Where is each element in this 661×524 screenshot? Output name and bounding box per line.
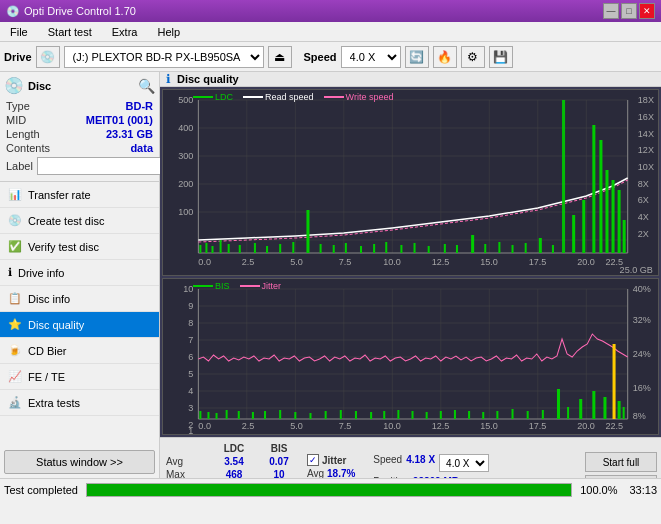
create-test-disc-icon: 💿	[8, 214, 22, 227]
svg-text:40%: 40%	[633, 284, 651, 294]
svg-rect-56	[345, 243, 347, 253]
drive-select[interactable]: (J:) PLEXTOR BD-R PX-LB950SA 1.06	[64, 46, 264, 68]
toolbar: Drive 💿 (J:) PLEXTOR BD-R PX-LB950SA 1.0…	[0, 42, 661, 72]
stats-avg-ldc: 3.54	[209, 455, 259, 468]
svg-rect-65	[471, 235, 474, 253]
close-button[interactable]: ✕	[639, 3, 655, 19]
start-part-button[interactable]: Start part	[585, 475, 657, 478]
app-icon: 💿	[6, 5, 20, 18]
stats-ldc-header: LDC	[209, 442, 259, 455]
app-title: Opti Drive Control 1.70	[24, 5, 136, 17]
svg-text:20.0: 20.0	[577, 421, 595, 431]
save-button[interactable]: 💾	[489, 46, 513, 68]
svg-rect-130	[238, 411, 240, 419]
svg-rect-143	[426, 412, 428, 419]
status-window-button[interactable]: Status window >>	[4, 450, 155, 474]
svg-rect-148	[496, 411, 498, 419]
svg-rect-151	[542, 410, 544, 419]
speed-stat-value: 4.18 X	[406, 454, 435, 472]
svg-text:0.0: 0.0	[198, 421, 211, 431]
svg-text:14X: 14X	[638, 129, 654, 139]
status-bar: Test completed 100.0% 33:13	[0, 478, 661, 500]
disc-panel-icon: 💿	[4, 76, 24, 95]
svg-rect-134	[294, 412, 296, 419]
menu-extra[interactable]: Extra	[106, 25, 144, 39]
create-test-disc-label: Create test disc	[28, 215, 104, 227]
menu-help[interactable]: Help	[151, 25, 186, 39]
svg-text:8X: 8X	[638, 179, 649, 189]
progress-bar-container	[86, 483, 572, 497]
main-content: 💿 Disc 🔍 Type BD-R MID MEIT01 (001) Leng…	[0, 72, 661, 478]
eject-button[interactable]: ⏏	[268, 46, 292, 68]
svg-rect-64	[456, 245, 458, 253]
svg-rect-59	[385, 242, 387, 253]
menu-start-test[interactable]: Start test	[42, 25, 98, 39]
legend-bis: BIS	[215, 281, 230, 291]
burn-button[interactable]: 🔥	[433, 46, 457, 68]
svg-rect-61	[414, 243, 416, 253]
drive-info-icon: ℹ	[8, 266, 12, 279]
svg-rect-73	[572, 215, 575, 253]
drive-icon: 💿	[36, 46, 60, 68]
svg-text:1: 1	[188, 426, 193, 434]
speed-stat-dropdown[interactable]: 4.0 X	[439, 454, 489, 472]
nav-disc-quality[interactable]: ⭐ Disc quality	[0, 312, 159, 338]
svg-rect-126	[199, 411, 201, 419]
svg-rect-53	[306, 210, 309, 253]
nav-fe-te[interactable]: 📈 FE / TE	[0, 364, 159, 390]
minimize-button[interactable]: —	[603, 3, 619, 19]
svg-text:6: 6	[188, 352, 193, 362]
svg-rect-138	[355, 411, 357, 419]
verify-test-disc-label: Verify test disc	[28, 241, 99, 253]
legend-write-speed: Write speed	[346, 92, 394, 102]
label-input[interactable]	[37, 157, 170, 175]
svg-text:15.0: 15.0	[480, 421, 498, 431]
svg-text:25.0 GB: 25.0 GB	[620, 265, 653, 275]
stats-avg-bis: 0.07	[259, 455, 299, 468]
svg-rect-140	[383, 411, 385, 419]
drive-info-label: Drive info	[18, 267, 64, 279]
start-full-button[interactable]: Start full	[585, 452, 657, 472]
disc-quality-icon: ⭐	[8, 318, 22, 331]
svg-rect-45	[211, 246, 213, 253]
svg-rect-142	[412, 411, 414, 419]
top-chart-svg: 500 400 300 200 100 18X 16X 14X 12X 10X …	[163, 90, 658, 275]
svg-rect-57	[360, 246, 362, 253]
svg-text:500: 500	[178, 95, 193, 105]
nav-cd-bier[interactable]: 🍺 CD Bier	[0, 338, 159, 364]
status-window-label: Status window >>	[36, 456, 123, 468]
nav-verify-test-disc[interactable]: ✅ Verify test disc	[0, 234, 159, 260]
svg-rect-47	[228, 244, 230, 253]
type-value: BD-R	[126, 100, 154, 112]
mid-label: MID	[6, 114, 26, 126]
maximize-button[interactable]: □	[621, 3, 637, 19]
svg-text:10.0: 10.0	[383, 257, 401, 267]
contents-value: data	[130, 142, 153, 154]
position-label: Position	[373, 476, 409, 478]
nav-drive-info[interactable]: ℹ Drive info	[0, 260, 159, 286]
svg-rect-155	[592, 391, 595, 419]
disc-quality-title: Disc quality	[177, 73, 239, 85]
svg-text:12X: 12X	[638, 145, 654, 155]
svg-rect-157	[613, 344, 616, 419]
jitter-section: ✓ Jitter Avg 18.7% Max 25.5%	[307, 454, 357, 478]
svg-rect-70	[539, 238, 542, 253]
nav-extra-tests[interactable]: 🔬 Extra tests	[0, 390, 159, 416]
disc-quality-header: ℹ Disc quality	[160, 72, 661, 87]
menu-file[interactable]: File	[4, 25, 34, 39]
nav-transfer-rate[interactable]: 📊 Transfer rate	[0, 182, 159, 208]
svg-rect-74	[582, 200, 585, 253]
svg-text:16X: 16X	[638, 112, 654, 122]
svg-rect-46	[220, 240, 222, 253]
svg-text:8: 8	[188, 318, 193, 328]
jitter-checkbox[interactable]: ✓	[307, 454, 319, 466]
status-text: Test completed	[4, 484, 78, 496]
svg-text:300: 300	[178, 151, 193, 161]
refresh-button[interactable]: 🔄	[405, 46, 429, 68]
speed-select[interactable]: 4.0 X	[341, 46, 401, 68]
nav-create-test-disc[interactable]: 💿 Create test disc	[0, 208, 159, 234]
svg-text:15.0: 15.0	[480, 257, 498, 267]
nav-disc-info[interactable]: 📋 Disc info	[0, 286, 159, 312]
settings-button[interactable]: ⚙	[461, 46, 485, 68]
svg-rect-67	[498, 242, 500, 253]
